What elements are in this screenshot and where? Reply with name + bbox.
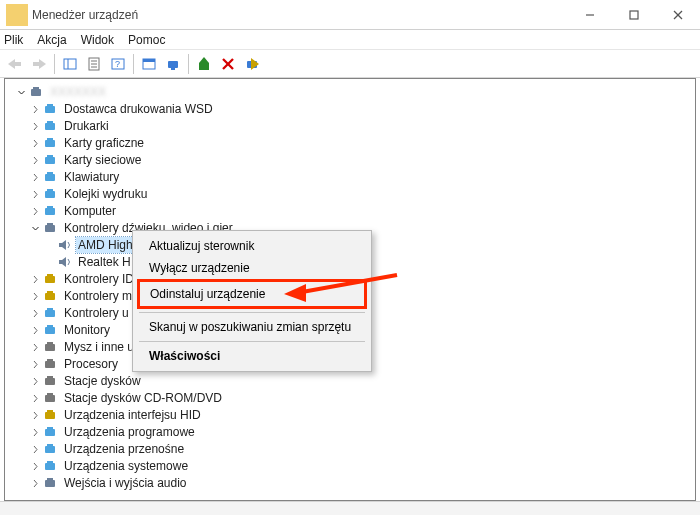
ctx-update-driver[interactable]: Aktualizuj sterownik xyxy=(135,235,369,257)
ctx-properties[interactable]: Właściwości xyxy=(135,345,369,367)
tree-category-label: Urządzenia systemowe xyxy=(62,458,190,474)
tree-category-label: Kontrolery u xyxy=(62,305,131,321)
device-category-icon xyxy=(43,425,59,439)
svg-rect-30 xyxy=(45,123,55,130)
ctx-uninstall-device[interactable]: Odinstaluj urządzenie xyxy=(140,283,364,305)
tree-category[interactable]: Urządzenia programowe xyxy=(15,424,695,440)
audio-device-icon xyxy=(57,255,73,269)
audio-device-icon xyxy=(57,238,73,252)
maximize-button[interactable] xyxy=(612,0,656,30)
tree-category[interactable]: Urządzenia przenośne xyxy=(15,441,695,457)
tree-category[interactable]: Stacje dysków CD-ROM/DVD xyxy=(15,390,695,406)
tree-category[interactable]: Klawiatury xyxy=(15,169,695,185)
expand-chevron-icon[interactable] xyxy=(29,477,41,489)
svg-rect-53 xyxy=(47,325,53,327)
device-category-icon xyxy=(43,119,59,133)
tree-category[interactable]: Dostawca drukowania WSD xyxy=(15,101,695,117)
tree-category[interactable]: Karty graficzne xyxy=(15,135,695,151)
svg-rect-17 xyxy=(143,59,155,62)
device-category-icon xyxy=(43,136,59,150)
ctx-scan-hardware[interactable]: Skanuj w poszukiwaniu zmian sprzętu xyxy=(135,316,369,338)
menu-help[interactable]: Pomoc xyxy=(128,33,165,47)
device-category-icon xyxy=(43,340,59,354)
menu-file[interactable]: Plik xyxy=(4,33,23,47)
svg-rect-68 xyxy=(45,463,55,470)
svg-rect-41 xyxy=(47,206,53,208)
tree-category[interactable]: Kolejki wydruku xyxy=(15,186,695,202)
expand-chevron-icon[interactable] xyxy=(29,154,41,166)
tree-category-label: Kontrolery ID xyxy=(62,271,136,287)
svg-rect-51 xyxy=(47,308,53,310)
menu-view[interactable]: Widok xyxy=(81,33,114,47)
svg-marker-6 xyxy=(39,59,46,69)
device-category-icon xyxy=(43,153,59,167)
expand-chevron-icon[interactable] xyxy=(29,341,41,353)
expand-chevron-icon[interactable] xyxy=(29,307,41,319)
svg-rect-31 xyxy=(47,121,53,123)
properties-button[interactable] xyxy=(83,53,105,75)
expand-chevron-icon[interactable] xyxy=(29,273,41,285)
svg-rect-47 xyxy=(47,274,53,276)
expand-chevron-icon[interactable] xyxy=(29,375,41,387)
tree-category[interactable]: Urządzenia interfejsu HID xyxy=(15,407,695,423)
expand-chevron-icon[interactable] xyxy=(29,409,41,421)
tree-category-label: Dostawca drukowania WSD xyxy=(62,101,215,117)
tree-category-label: Monitory xyxy=(62,322,112,338)
ctx-disable-device[interactable]: Wyłącz urządzenie xyxy=(135,257,369,279)
expand-chevron-icon[interactable] xyxy=(29,392,41,404)
scan-for-hardware-changes-button[interactable] xyxy=(162,53,184,75)
close-button[interactable] xyxy=(656,0,700,30)
tree-root[interactable]: XXXXXXX xyxy=(15,84,695,100)
device-category-icon xyxy=(43,408,59,422)
help-button[interactable]: ? xyxy=(107,53,129,75)
expand-chevron-icon[interactable] xyxy=(29,120,41,132)
expand-chevron-icon[interactable] xyxy=(29,205,41,217)
expand-chevron-icon[interactable] xyxy=(29,188,41,200)
show-hide-console-tree-button[interactable] xyxy=(59,53,81,75)
tree-category[interactable]: Wejścia i wyjścia audio xyxy=(15,475,695,491)
minimize-button[interactable] xyxy=(568,0,612,30)
svg-rect-42 xyxy=(45,225,55,232)
disable-device-button[interactable] xyxy=(241,53,263,75)
expand-chevron-icon[interactable] xyxy=(29,103,41,115)
svg-rect-71 xyxy=(47,478,53,480)
ctx-divider-1 xyxy=(139,312,365,313)
menu-action[interactable]: Akcja xyxy=(37,33,66,47)
tree-category-label: Stacje dysków CD-ROM/DVD xyxy=(62,390,224,406)
view-button[interactable] xyxy=(138,53,160,75)
expand-chevron-icon[interactable] xyxy=(29,443,41,455)
svg-rect-32 xyxy=(45,140,55,147)
back-button[interactable] xyxy=(4,53,26,75)
svg-rect-50 xyxy=(45,310,55,317)
computer-icon xyxy=(29,85,45,99)
svg-rect-27 xyxy=(33,87,39,89)
tree-category[interactable]: Komputer xyxy=(15,203,695,219)
svg-rect-37 xyxy=(47,172,53,174)
expand-chevron-icon[interactable] xyxy=(29,222,41,234)
svg-rect-61 xyxy=(47,393,53,395)
expand-chevron-icon[interactable] xyxy=(29,358,41,370)
tree-category[interactable]: Karty sieciowe xyxy=(15,152,695,168)
device-category-icon xyxy=(43,102,59,116)
update-driver-button[interactable] xyxy=(193,53,215,75)
tree-category[interactable]: Urządzenia systemowe xyxy=(15,458,695,474)
tree-category[interactable]: Drukarki xyxy=(15,118,695,134)
expand-chevron-icon[interactable] xyxy=(29,171,41,183)
forward-button[interactable] xyxy=(28,53,50,75)
tree-category-label: Wejścia i wyjścia audio xyxy=(62,475,189,491)
expand-chevron-icon[interactable] xyxy=(29,460,41,472)
device-category-icon xyxy=(43,323,59,337)
expand-chevron-icon[interactable] xyxy=(29,324,41,336)
svg-rect-49 xyxy=(47,291,53,293)
svg-rect-60 xyxy=(45,395,55,402)
expand-chevron-icon[interactable] xyxy=(29,426,41,438)
expand-chevron-icon[interactable] xyxy=(29,290,41,302)
svg-rect-40 xyxy=(45,208,55,215)
title-bar: Menedżer urządzeń xyxy=(0,0,700,30)
device-category-icon xyxy=(43,221,59,235)
uninstall-device-button[interactable] xyxy=(217,53,239,75)
expand-chevron-icon[interactable] xyxy=(29,137,41,149)
tree-category[interactable]: Stacje dysków xyxy=(15,373,695,389)
svg-rect-59 xyxy=(47,376,53,378)
device-category-icon xyxy=(43,170,59,184)
